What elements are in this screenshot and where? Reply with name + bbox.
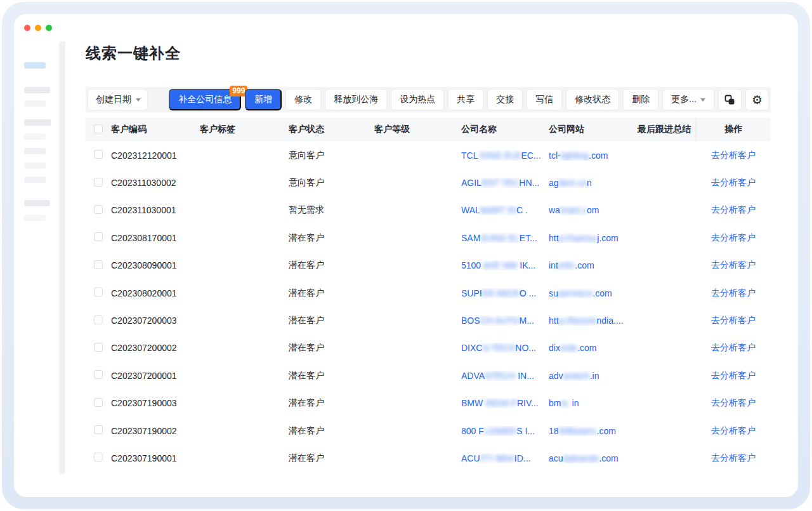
actions-cell: 去分析客户	[696, 370, 771, 382]
analyze-customer-link[interactable]: 去分析客户	[711, 288, 756, 299]
redacted-text: ilent.co	[559, 178, 587, 188]
company-website-cell[interactable]: http://samsuj.com	[549, 233, 638, 243]
visible-text: .in	[590, 371, 599, 381]
select-all-checkbox[interactable]	[94, 124, 103, 133]
row-checkbox[interactable]	[94, 398, 103, 407]
company-website-cell[interactable]: tcl-lighting.com	[549, 150, 638, 161]
gear-icon: ⚙	[752, 94, 763, 106]
company-website-cell[interactable]: supermicro.com	[549, 288, 638, 298]
company-website-cell[interactable]: 1800flowers.com	[549, 426, 638, 436]
company-website-cell[interactable]: acuitybrands.com	[549, 453, 638, 463]
table-row: C202308090001潜在客户5100 AVE NW IK...interl…	[86, 252, 771, 279]
table-row: C202307190001潜在客户ACUITY BRAID...acuitybr…	[86, 444, 771, 472]
company-website-cell[interactable]: agilent.con	[549, 178, 638, 188]
analyze-customer-link[interactable]: 去分析客户	[711, 150, 756, 161]
company-website-cell[interactable]: walmart.com	[549, 205, 638, 215]
row-checkbox[interactable]	[94, 370, 103, 379]
company-website-cell[interactable]: bmw. in	[549, 398, 638, 408]
toolbar-button-释放到公海[interactable]: 释放到公海	[325, 89, 387, 110]
toolbar-button-交接[interactable]: 交接	[487, 89, 523, 110]
company-name-cell[interactable]: 800 FLOWERS I...	[461, 426, 549, 436]
row-checkbox[interactable]	[94, 425, 103, 434]
analyze-customer-link[interactable]: 去分析客户	[711, 370, 756, 382]
row-checkbox-cell	[86, 425, 111, 436]
column-header-客户状态: 客户状态	[289, 124, 374, 135]
redacted-text: SUNG EL	[480, 233, 519, 243]
actions-cell: 去分析客户	[696, 204, 771, 216]
row-checkbox[interactable]	[94, 178, 103, 187]
row-checkbox[interactable]	[94, 260, 103, 269]
company-name-cell[interactable]: AGILENT TECHN...	[461, 178, 549, 188]
row-checkbox-cell	[86, 232, 111, 243]
company-name-cell[interactable]: TCL KING ELEEC...	[461, 150, 549, 161]
column-header-公司名称: 公司名称	[461, 124, 549, 135]
toolbar-button-写信[interactable]: 写信	[527, 89, 562, 110]
date-filter-select[interactable]: 创建日期	[88, 89, 148, 110]
toolbar: 创建日期 补全公司信息 999 新增 修改释放到公海设为热点共享交接写信修改状态…	[86, 87, 771, 112]
company-name-cell[interactable]: BMW INDIA PRIV...	[461, 398, 549, 408]
close-window-icon[interactable]	[24, 25, 30, 31]
row-checkbox[interactable]	[94, 205, 103, 214]
company-website-cell[interactable]: http://boschindia....	[549, 315, 638, 326]
row-checkbox[interactable]	[94, 315, 103, 324]
company-name-cell[interactable]: ADVANTECH IN...	[461, 371, 549, 381]
analyze-customer-link[interactable]: 去分析客户	[711, 204, 756, 216]
actions-cell: 去分析客户	[696, 315, 771, 326]
company-website-cell[interactable]: interlin.com	[549, 260, 638, 270]
toolbar-button-修改状态[interactable]: 修改状态	[566, 89, 619, 110]
customer-status-cell: 意向客户	[289, 177, 374, 189]
toolbar-button-设为热点[interactable]: 设为热点	[391, 89, 444, 110]
analyze-customer-link[interactable]: 去分析客户	[711, 425, 756, 437]
toolbar-button-共享[interactable]: 共享	[448, 89, 483, 110]
row-checkbox[interactable]	[94, 288, 103, 296]
more-button-label: 更多...	[671, 94, 697, 105]
company-name-cell[interactable]: WALMART INC .	[461, 205, 549, 215]
analyze-customer-link[interactable]: 去分析客户	[711, 453, 756, 464]
analyze-customer-link[interactable]: 去分析客户	[711, 232, 756, 244]
settings-button[interactable]: ⚙	[745, 89, 769, 110]
company-name-cell[interactable]: ACUITY BRAID...	[461, 453, 549, 463]
actions-cell: 去分析客户	[696, 453, 771, 464]
table-row: C202307200003潜在客户BOSCH AUTOM...http://bo…	[86, 307, 771, 334]
analyze-customer-link[interactable]: 去分析客户	[711, 342, 756, 354]
table-body: C202312120001意向客户TCL KING ELEEC...tcl-li…	[86, 142, 771, 472]
minimize-window-icon[interactable]	[35, 25, 41, 31]
redacted-text: antech	[563, 371, 590, 381]
complete-company-info-button[interactable]: 补全公司信息 999	[169, 89, 241, 110]
analyze-customer-link[interactable]: 去分析客户	[711, 397, 756, 409]
company-name-cell[interactable]: 5100 AVE NW IK...	[461, 260, 549, 270]
sidebar-skeleton-bar	[24, 100, 46, 107]
company-name-cell[interactable]: BOSCH AUTOM...	[461, 315, 549, 326]
more-button[interactable]: 更多...	[662, 89, 714, 110]
toolbar-button-删除[interactable]: 删除	[623, 89, 658, 110]
company-website-cell[interactable]: advantech.in	[549, 371, 638, 381]
visible-text: EC...	[521, 150, 540, 161]
actions-cell: 去分析客户	[696, 150, 771, 161]
company-website-cell[interactable]: dixonte.com	[549, 343, 638, 353]
toolbar-button-修改[interactable]: 修改	[285, 89, 321, 110]
analyze-customer-link[interactable]: 去分析客户	[711, 315, 756, 326]
date-filter-label: 创建日期	[96, 94, 131, 105]
row-checkbox[interactable]	[94, 453, 103, 461]
redacted-text: p://boschi	[559, 315, 597, 326]
company-name-cell[interactable]: SAMSUNG ELET...	[461, 233, 549, 243]
visible-text: RIV...	[517, 398, 539, 408]
zoom-window-icon[interactable]	[46, 25, 52, 31]
visible-text: bm	[549, 398, 561, 408]
sync-button[interactable]	[718, 89, 742, 110]
visible-text: wa	[549, 205, 560, 215]
company-name-cell[interactable]: DIXCN TECHNO...	[461, 343, 549, 353]
visible-text: SUPI	[461, 288, 482, 298]
window-controls	[24, 25, 52, 31]
analyze-customer-link[interactable]: 去分析客户	[711, 177, 756, 189]
row-checkbox[interactable]	[94, 343, 103, 352]
company-name-cell[interactable]: SUPIER MICRO ...	[461, 288, 549, 298]
customer-code-cell: C202307200003	[111, 315, 200, 326]
row-checkbox[interactable]	[94, 232, 103, 241]
row-checkbox[interactable]	[94, 150, 103, 159]
actions-cell: 去分析客户	[696, 260, 771, 271]
analyze-customer-link[interactable]: 去分析客户	[711, 260, 756, 271]
row-checkbox-cell	[86, 398, 111, 409]
add-button[interactable]: 新增	[245, 89, 282, 110]
visible-text: su	[549, 288, 558, 298]
